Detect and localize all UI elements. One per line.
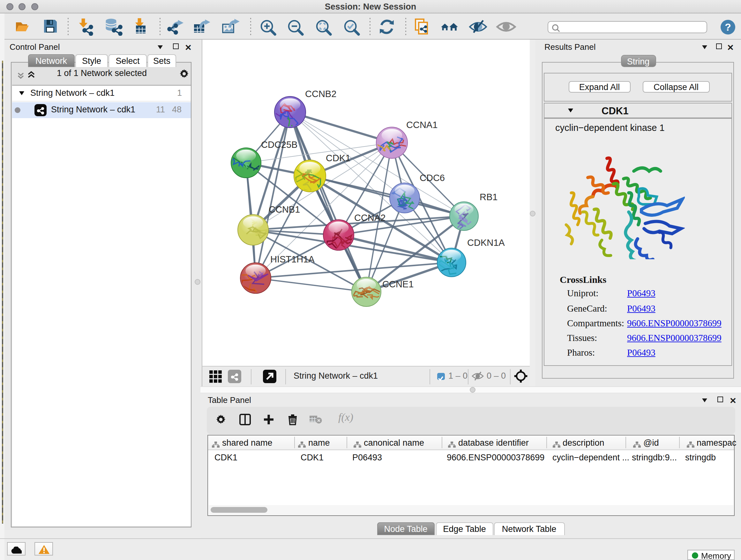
- svg-text:CCNA1: CCNA1: [406, 120, 437, 130]
- svg-text:?: ?: [725, 21, 731, 33]
- svg-text:RB1: RB1: [479, 192, 497, 202]
- svg-text:CCNB1: CCNB1: [268, 204, 300, 214]
- svg-text:CDKN1A: CDKN1A: [467, 238, 504, 248]
- svg-text:CCNB2: CCNB2: [305, 89, 336, 99]
- svg-text:CDC6: CDC6: [419, 173, 445, 183]
- svg-text:CCNE1: CCNE1: [382, 279, 413, 289]
- svg-text:CCNA2: CCNA2: [354, 212, 385, 223]
- svg-text:CDK1: CDK1: [326, 153, 350, 163]
- svg-text:CDC25B: CDC25B: [261, 139, 297, 150]
- svg-text:HIST1H1A: HIST1H1A: [270, 254, 314, 264]
